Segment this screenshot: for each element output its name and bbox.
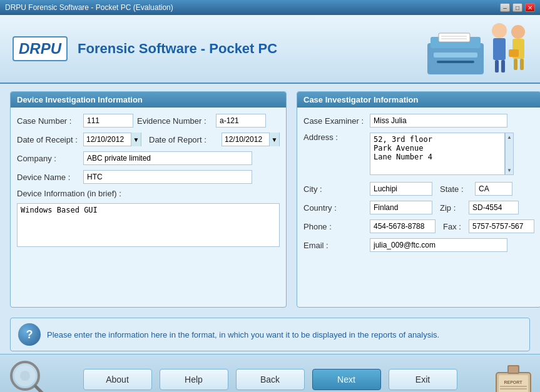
receipt-date-dropdown[interactable]: ▼ <box>131 133 141 146</box>
email-input[interactable] <box>370 238 507 252</box>
svg-line-18 <box>36 386 49 392</box>
report-date-input[interactable]: ▼ <box>222 133 280 146</box>
report-label: Date of Report : <box>149 135 218 144</box>
city-label: City : <box>303 184 366 194</box>
report-date-field[interactable] <box>222 133 269 146</box>
report-date-dropdown[interactable]: ▼ <box>269 133 279 146</box>
svg-rect-2 <box>434 53 477 58</box>
main-content: Device Investigation Information Case Nu… <box>0 84 540 315</box>
company-row: Company : <box>17 151 280 165</box>
header-illustration <box>402 18 527 81</box>
svg-rect-13 <box>514 59 517 70</box>
svg-rect-14 <box>520 59 524 70</box>
evidence-label: Evidence Number : <box>137 116 212 126</box>
device-panel: Device Investigation Information Case Nu… <box>10 91 287 308</box>
maximize-button[interactable]: □ <box>512 3 522 12</box>
email-label: Email : <box>303 241 366 250</box>
exit-button[interactable]: Exit <box>389 369 457 390</box>
device-panel-body: Case Number : Evidence Number : Date of … <box>11 108 286 255</box>
case-label: Case Number : <box>17 116 79 126</box>
phone-fax-row: Phone : Fax : <box>303 219 534 233</box>
receipt-date-input[interactable]: ▼ <box>83 133 141 146</box>
info-label: Device Information (in brief) : <box>17 189 121 198</box>
examiner-label: Case Examiner : <box>303 116 366 126</box>
footer-left-decoration <box>6 357 50 392</box>
case-row: Case Number : Evidence Number : <box>17 114 280 128</box>
back-button[interactable]: Back <box>236 369 305 390</box>
examiner-input[interactable] <box>370 114 507 128</box>
svg-rect-15 <box>509 49 519 57</box>
address-label: Address : <box>303 133 366 142</box>
phone-input[interactable] <box>370 219 436 233</box>
svg-rect-9 <box>495 60 499 73</box>
about-button[interactable]: About <box>83 369 152 390</box>
footer: About Help Back Next Exit REPORT <box>0 354 540 392</box>
device-info-textarea[interactable]: Windows Based GUI <box>17 203 280 247</box>
header: DRPU Forensic Software - Pocket PC <box>0 15 540 84</box>
svg-rect-8 <box>493 38 506 60</box>
address-textarea[interactable]: 52, 3rd floor Park Avenue Lane Number 4 <box>370 133 505 175</box>
device-panel-header: Device Investigation Information <box>11 92 286 108</box>
company-input[interactable] <box>83 151 252 165</box>
help-button[interactable]: Help <box>160 369 228 390</box>
evidence-number-input[interactable] <box>216 114 266 128</box>
country-input[interactable] <box>370 201 432 214</box>
minimize-button[interactable]: – <box>500 3 510 12</box>
device-info-textarea-wrapper: Windows Based GUI <box>17 203 280 249</box>
titlebar: DRPU Forensic Software - Pocket PC (Eval… <box>0 0 540 15</box>
info-icon: ? <box>18 323 41 346</box>
date-row: Date of Receipt : ▼ Date of Report : ▼ <box>17 133 280 146</box>
investigator-panel: Case Investigator Information Case Exami… <box>297 91 540 308</box>
svg-text:REPORT: REPORT <box>504 380 522 384</box>
device-name-input[interactable] <box>83 170 252 184</box>
device-label: Device Name : <box>17 173 79 182</box>
svg-rect-3 <box>437 61 474 63</box>
svg-rect-4 <box>439 33 470 42</box>
email-row: Email : <box>303 238 534 252</box>
next-button[interactable]: Next <box>312 369 381 390</box>
svg-point-7 <box>492 23 507 38</box>
svg-rect-26 <box>509 366 518 373</box>
zip-input[interactable] <box>469 201 519 214</box>
device-name-row: Device Name : <box>17 170 280 184</box>
country-label: Country : <box>303 203 366 213</box>
case-number-input[interactable] <box>83 114 133 128</box>
header-title: Forensic Software - Pocket PC <box>78 41 277 57</box>
svg-point-19 <box>20 371 30 381</box>
titlebar-controls: – □ ✕ <box>500 3 535 12</box>
examiner-row: Case Examiner : <box>303 114 534 128</box>
investigator-panel-header: Case Investigator Information <box>297 92 540 108</box>
investigator-panel-body: Case Examiner : Address : 52, 3rd floor … <box>297 108 540 263</box>
fax-label: Fax : <box>443 222 465 231</box>
footer-right-decoration: REPORT <box>490 360 534 392</box>
phone-label: Phone : <box>303 222 366 231</box>
svg-point-11 <box>511 25 525 39</box>
state-input[interactable] <box>475 182 512 196</box>
logo: DRPU <box>13 36 68 61</box>
city-state-row: City : State : <box>303 182 534 196</box>
state-label: State : <box>440 184 471 194</box>
device-info-label-row: Device Information (in brief) : <box>17 189 280 198</box>
receipt-date-field[interactable] <box>84 133 131 146</box>
company-label: Company : <box>17 154 79 163</box>
info-bar: ? Please enter the information here in t… <box>10 318 530 351</box>
address-row: Address : 52, 3rd floor Park Avenue Lane… <box>303 133 534 177</box>
fax-input[interactable] <box>469 219 534 233</box>
titlebar-title: DRPU Forensic Software - Pocket PC (Eval… <box>5 3 173 12</box>
country-zip-row: Country : Zip : <box>303 201 534 214</box>
close-button[interactable]: ✕ <box>525 3 535 12</box>
receipt-label: Date of Receipt : <box>17 135 79 144</box>
zip-label: Zip : <box>440 203 465 213</box>
svg-rect-10 <box>501 60 505 73</box>
city-input[interactable] <box>370 182 432 196</box>
info-text: Please enter the information here in the… <box>47 330 439 339</box>
